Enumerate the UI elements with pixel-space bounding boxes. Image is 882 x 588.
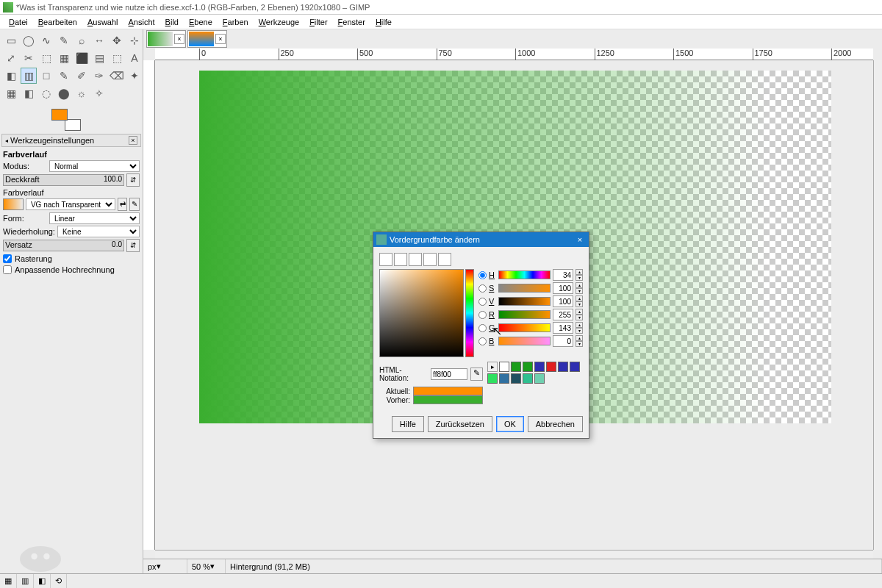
channel-value-h[interactable] — [553, 269, 573, 281]
menu-bearbeiten[interactable]: Bearbeiten — [34, 16, 82, 28]
channel-slider-b[interactable] — [498, 337, 551, 345]
tool-0[interactable]: ▭ — [3, 32, 19, 49]
tool-2[interactable]: ∿ — [38, 32, 54, 49]
tool-16[interactable]: ◧ — [3, 68, 19, 84]
channel-spinner[interactable]: ▴▾ — [576, 282, 583, 294]
tool-27[interactable]: ⬤ — [56, 85, 72, 101]
mode-select[interactable]: Normal — [49, 160, 140, 172]
unit-cell[interactable]: px ▾ — [143, 559, 187, 573]
channel-spinner[interactable]: ▴▾ — [576, 269, 583, 281]
zoom-cell[interactable]: 50 % ▾ — [187, 559, 226, 573]
tool-19[interactable]: ✎ — [56, 68, 72, 84]
swatch[interactable] — [499, 373, 509, 384]
tool-11[interactable]: ▦ — [56, 50, 72, 66]
tool-5[interactable]: ↔ — [91, 32, 107, 49]
channel-spinner[interactable]: ▴▾ — [576, 335, 583, 347]
tool-1[interactable]: ◯ — [21, 32, 37, 49]
dialog-close-icon[interactable]: × — [574, 235, 586, 244]
channel-slider-g[interactable] — [498, 323, 551, 332]
cancel-button[interactable]: Abbrechen — [528, 416, 583, 432]
help-button[interactable]: Hilfe — [392, 416, 424, 432]
channel-slider-r[interactable] — [498, 310, 551, 319]
ruler-vertical[interactable] — [143, 60, 155, 550]
swatch[interactable] — [523, 362, 533, 372]
menu-ansicht[interactable]: Ansicht — [124, 16, 159, 28]
channel-spinner[interactable]: ▴▾ — [576, 295, 583, 307]
adaptive-checkbox[interactable] — [3, 265, 12, 274]
reset-button[interactable]: Zurücksetzen — [428, 416, 492, 432]
channel-radio-g[interactable] — [478, 324, 487, 332]
hue-slider[interactable] — [465, 269, 474, 357]
channel-value-b[interactable] — [553, 335, 573, 347]
dialog-titlebar[interactable]: Vordergrundfarbe ändern × — [373, 232, 589, 247]
channel-value-g[interactable] — [553, 322, 573, 334]
swatch[interactable] — [487, 373, 498, 384]
channel-spinner[interactable]: ▴▾ — [576, 309, 583, 320]
taskbar-icon[interactable]: ⟲ — [51, 574, 67, 588]
tool-4[interactable]: ⌕ — [74, 32, 90, 49]
shape-select[interactable]: Linear — [49, 212, 140, 224]
tool-9[interactable]: ✂ — [21, 50, 37, 66]
taskbar-icon[interactable]: ▥ — [17, 574, 34, 588]
tool-3[interactable]: ✎ — [56, 32, 72, 49]
dither-checkbox[interactable] — [3, 254, 12, 263]
gradient-reverse-icon[interactable]: ⇄ — [118, 198, 128, 211]
menu-fenster[interactable]: Fenster — [334, 16, 370, 28]
channel-slider-v[interactable] — [498, 297, 551, 306]
bg-color-swatch[interactable] — [65, 119, 81, 131]
tool-10[interactable]: ⬚ — [38, 50, 54, 66]
tool-7[interactable]: ⊹ — [126, 32, 143, 49]
channel-value-v[interactable] — [553, 295, 573, 307]
menu-werkzeuge[interactable]: Werkzeuge — [254, 16, 304, 28]
picker-tab-gimp-icon[interactable] — [379, 253, 392, 266]
taskbar-icon[interactable]: ▦ — [0, 574, 17, 588]
tool-25[interactable]: ◧ — [21, 85, 37, 101]
opacity-spin[interactable]: ⇵ — [126, 173, 140, 187]
swatch[interactable] — [499, 362, 509, 372]
repeat-select[interactable]: Keine — [57, 226, 140, 237]
swatch[interactable] — [558, 362, 568, 372]
tool-12[interactable]: ⬛ — [74, 50, 90, 66]
tool-13[interactable]: ▤ — [91, 50, 107, 66]
channel-value-r[interactable] — [553, 309, 573, 320]
swatch[interactable] — [570, 362, 580, 372]
channel-spinner[interactable]: ▴▾ — [576, 322, 583, 334]
tool-22[interactable]: ⌫ — [109, 68, 125, 84]
swatch[interactable] — [511, 362, 521, 372]
eyedropper-icon[interactable]: ✎ — [470, 368, 483, 381]
fg-bg-color[interactable] — [51, 109, 81, 131]
tool-18[interactable]: □ — [38, 68, 54, 84]
fg-color-swatch[interactable] — [51, 109, 68, 121]
previous-color[interactable] — [413, 395, 483, 404]
close-icon[interactable]: × — [174, 34, 184, 44]
picker-tab-palette-icon[interactable] — [438, 253, 451, 266]
swatch[interactable] — [546, 362, 556, 372]
channel-radio-r[interactable] — [478, 311, 487, 319]
tool-15[interactable]: A — [126, 50, 143, 66]
tool-14[interactable]: ⬚ — [109, 50, 125, 66]
html-notation-input[interactable] — [431, 368, 467, 380]
ok-button[interactable]: OK — [496, 416, 524, 432]
menu-datei[interactable]: Datei — [4, 16, 32, 28]
image-tab-2[interactable]: × — [187, 30, 227, 48]
channel-slider-h[interactable] — [498, 270, 551, 279]
swatch[interactable] — [534, 362, 545, 372]
channel-radio-h[interactable] — [478, 271, 487, 279]
channel-radio-v[interactable] — [478, 298, 487, 306]
swatch[interactable] — [523, 373, 533, 384]
tool-28[interactable]: ☼ — [74, 85, 90, 101]
offset-slider[interactable]: Versatz 0.0 — [3, 240, 124, 251]
scrollbar-horizontal[interactable] — [155, 550, 873, 559]
menu-filter[interactable]: Filter — [305, 16, 331, 28]
picker-tab-cmyk-icon[interactable] — [394, 253, 407, 266]
taskbar-icon[interactable]: ◧ — [34, 574, 51, 588]
close-icon[interactable]: × — [215, 34, 226, 44]
swatch[interactable] — [511, 373, 521, 384]
channel-radio-s[interactable] — [478, 284, 487, 293]
picker-tab-watercolor-icon[interactable] — [409, 253, 422, 266]
opacity-slider[interactable]: Deckkraft 100.0 — [3, 174, 124, 186]
image-tab-1[interactable]: × — [146, 30, 186, 48]
tool-8[interactable]: ⤢ — [3, 50, 19, 66]
menu-auswahl[interactable]: Auswahl — [83, 16, 123, 28]
menu-hilfe[interactable]: Hilfe — [371, 16, 396, 28]
